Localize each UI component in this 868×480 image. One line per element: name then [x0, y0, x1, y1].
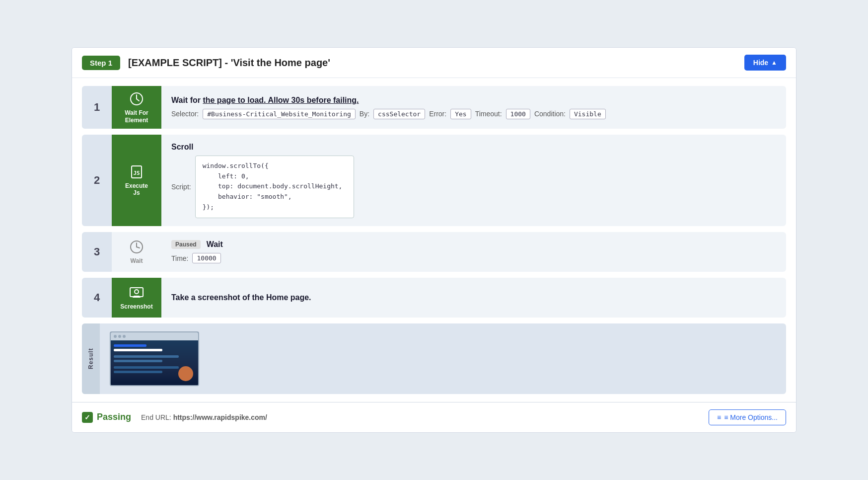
step-row: 1 Wait ForElement Wait for the page to l…	[82, 86, 786, 129]
step-number: 3	[82, 232, 112, 272]
check-icon: ✓	[82, 412, 93, 423]
step-row: 4 Screenshot Take a screenshot of the Ho…	[82, 278, 786, 318]
hide-button-label: Hide	[753, 59, 768, 67]
svg-text:JS: JS	[133, 170, 140, 176]
by-label: By:	[360, 110, 369, 118]
condition-value: Visible	[570, 109, 606, 119]
step-icon-cell: JS ExecuteJs	[112, 135, 161, 226]
script-label: Script:	[171, 183, 191, 191]
step-params: Script: window.scrollTo({ left: 0, top: …	[171, 156, 776, 218]
more-options-icon: ≡	[717, 413, 721, 421]
wait-clock-icon	[129, 239, 145, 255]
timeout-label: Timeout:	[475, 110, 502, 118]
thumb-line-1	[114, 344, 146, 347]
step-params: Selector: #Business-Critical_Website_Mon…	[171, 109, 776, 119]
step-icon-cell-gray: Wait	[112, 232, 161, 272]
thumb-dot-1	[114, 335, 117, 338]
end-url-text: End URL: https://www.rapidspike.com/	[141, 413, 267, 421]
passing-label: Passing	[97, 412, 131, 422]
end-url-value: https://www.rapidspike.com/	[173, 413, 267, 421]
step-title: Take a screenshot of the Home page.	[171, 293, 776, 302]
step-params: Time: 10000	[171, 253, 776, 263]
step-content: Take a screenshot of the Home page.	[161, 278, 786, 318]
step-number: 2	[82, 135, 112, 226]
passing-badge: ✓ Passing	[82, 412, 131, 423]
thumb-dot-3	[123, 335, 126, 338]
step-number: 1	[82, 86, 112, 129]
step-row: 2 JS ExecuteJs Scroll Script: window.scr…	[82, 135, 786, 226]
step-icon-cell: Screenshot	[112, 278, 161, 318]
result-row: Result	[82, 323, 786, 394]
footer: ✓ Passing End URL: https://www.rapidspik…	[72, 402, 796, 432]
step-content: Paused Wait Time: 10000	[161, 232, 786, 272]
step-title: Scroll	[171, 143, 776, 152]
timeout-value: 1000	[506, 109, 530, 119]
more-options-button[interactable]: ≡ ≡ More Options...	[709, 409, 786, 425]
thumb-titlebar	[111, 332, 198, 340]
step-row: 3 Wait Paused Wait Time:	[82, 232, 786, 272]
clock-icon	[129, 91, 145, 107]
step-content: Scroll Script: window.scrollTo({ left: 0…	[161, 135, 786, 226]
thumb-avatar	[178, 366, 193, 381]
step-title: Paused Wait	[171, 240, 776, 249]
svg-line-2	[137, 99, 139, 101]
wait-title: Wait	[207, 240, 223, 249]
time-value: 10000	[192, 253, 220, 263]
svg-line-7	[137, 247, 140, 248]
chevron-up-icon: ▲	[771, 59, 777, 66]
by-value: cssSelector	[373, 109, 425, 119]
step-badge: Step 1	[82, 56, 120, 70]
js-icon: JS	[129, 164, 145, 180]
header: Step 1 [EXAMPLE SCRIPT] - 'Visit the Hom…	[72, 48, 796, 78]
result-label: Result	[82, 323, 100, 394]
step-number: 4	[82, 278, 112, 318]
hide-button[interactable]: Hide ▲	[744, 55, 786, 71]
step-title: Wait for the page to load. Allow 30s bef…	[171, 96, 776, 105]
step-icon-label: Screenshot	[120, 303, 152, 310]
error-label: Error:	[429, 110, 446, 118]
condition-label: Condition:	[534, 110, 566, 118]
thumb-body	[111, 340, 198, 385]
svg-point-11	[135, 290, 139, 294]
end-url-label: End URL:	[141, 413, 171, 421]
thumb-line-5	[114, 366, 179, 369]
step-content: Wait for the page to load. Allow 30s bef…	[161, 86, 786, 129]
svg-rect-10	[133, 297, 141, 298]
step-icon-label: ExecuteJs	[125, 182, 148, 197]
header-title: [EXAMPLE SCRIPT] - 'Visit the Home page'	[128, 57, 744, 69]
steps-container: 1 Wait ForElement Wait for the page to l…	[72, 78, 796, 402]
thumb-line-6	[114, 371, 162, 373]
thumb-line-3	[114, 355, 179, 358]
selector-value: #Business-Critical_Website_Monitoring	[203, 109, 356, 119]
script-code: window.scrollTo({ left: 0, top: document…	[195, 156, 354, 218]
main-container: Step 1 [EXAMPLE SCRIPT] - 'Visit the Hom…	[72, 47, 796, 433]
more-options-label: ≡ More Options...	[724, 413, 778, 421]
thumb-dot-2	[118, 335, 121, 338]
selector-label: Selector:	[171, 110, 199, 118]
result-content	[100, 323, 786, 394]
thumb-line-4	[114, 360, 162, 362]
step-icon-label: Wait	[131, 257, 143, 264]
step-icon-label: Wait ForElement	[125, 109, 148, 124]
step-icon-cell: Wait ForElement	[112, 86, 161, 129]
thumb-line-2	[114, 349, 162, 351]
paused-badge: Paused	[171, 240, 201, 249]
screenshot-icon	[129, 285, 145, 301]
error-value: Yes	[450, 109, 471, 119]
time-label: Time:	[171, 254, 188, 262]
screenshot-thumbnail[interactable]	[110, 331, 199, 386]
svg-rect-8	[130, 288, 143, 297]
